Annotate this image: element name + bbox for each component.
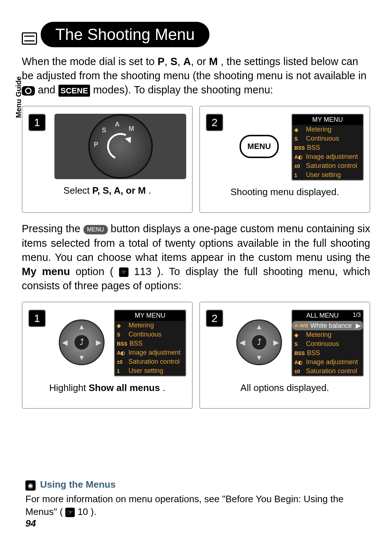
intro-paragraph: When the mode dial is set to P, S, A, or…	[22, 55, 370, 97]
footer-heading: Using the Menus	[40, 479, 115, 490]
caption-text-end: .	[163, 382, 165, 393]
my-menu-bold: My menu	[22, 266, 70, 277]
step-box-1: 1 P S A M Select P, S, A, or M .	[22, 106, 193, 213]
scene-icon: SCENE	[58, 85, 90, 97]
page-ref-icon: ☞	[65, 508, 75, 517]
step-number: 1	[28, 310, 46, 327]
dpad-up-icon: ▲	[256, 323, 263, 331]
rotate-arrow-icon	[103, 129, 138, 164]
step-box-4: 2 ▲ ▼ ◀ ▶ ⤴ ALL MENU1/3A-WBWhite balance…	[199, 302, 370, 409]
step-caption: Highlight Show all menus .	[28, 382, 186, 394]
step-caption: All options displayed.	[206, 382, 364, 394]
camera-screen-mymenu: MY MENU◈MeteringSContinuousBSSBSSA◐Image…	[291, 114, 364, 181]
footer-text-post: ).	[91, 506, 97, 517]
dpad-down-icon: ▼	[256, 354, 263, 362]
step-number: 2	[206, 114, 223, 131]
dial-label-m: M	[129, 125, 134, 133]
dpad-up-icon: ▲	[78, 323, 85, 331]
mid-text-3: option (	[75, 266, 113, 277]
caption-modes: P, S, A, or M	[92, 185, 146, 196]
caption-bold: Show all menus	[89, 382, 160, 393]
dpad-right-icon: ▶	[273, 338, 279, 347]
dpad-illustration: ▲ ▼ ◀ ▶ ⤴	[232, 310, 286, 375]
menu-button-icon: MENU	[83, 225, 108, 234]
caption-text: Select	[64, 185, 93, 196]
camera-icon	[22, 86, 35, 96]
step-number: 1	[28, 114, 46, 131]
dpad-right-icon: ▶	[96, 338, 101, 347]
dpad-left-icon: ◀	[240, 338, 245, 347]
page: The Shooting Menu Menu Guide When the mo…	[0, 0, 392, 540]
page-ref-icon: ☞	[119, 267, 128, 277]
dial-label-a: A	[115, 121, 120, 128]
page-ref-number: 113	[134, 266, 151, 277]
step-number: 2	[206, 310, 223, 327]
footer-ref-number: 10	[78, 506, 88, 517]
camera-screen-allmenu: ALL MENU1/3A-WBWhite balance▶◈MeteringSC…	[291, 310, 364, 376]
dpad-illustration: ▲ ▼ ◀ ▶ ⤴	[54, 310, 109, 375]
step-box-2: 2 MENU MY MENU◈MeteringSContinuousBSSBSS…	[199, 106, 370, 213]
footer-text: For more information on menu operations,…	[25, 493, 370, 518]
steps-row-1: 1 P S A M Select P, S, A, or M .	[22, 106, 370, 213]
step-caption: Select P, S, A, or M .	[28, 185, 186, 196]
dial-label-s: S	[102, 126, 106, 134]
mid-text-4: ). To display the full shooting menu, wh…	[22, 266, 370, 291]
caption-text: Highlight	[49, 382, 89, 393]
menu-button: MENU	[240, 135, 279, 158]
dial-label-p: P	[94, 141, 98, 149]
intro-text-3: modes). To display the shooting menu:	[93, 84, 273, 96]
intro-and: and	[38, 84, 58, 96]
step-caption: Shooting menu displayed.	[206, 186, 364, 198]
camera-screen-mymenu-highlight: MY MENU◈MeteringSContinuousBSSBSSA◐Image…	[114, 310, 186, 376]
info-icon: ◉	[25, 480, 36, 491]
list-icon	[22, 32, 37, 45]
mode-dial-illustration: P S A M	[54, 114, 186, 179]
mode-a: A	[183, 56, 191, 67]
dpad-down-icon: ▼	[78, 354, 85, 362]
dpad-center-icon: ⤴	[74, 335, 89, 350]
dpad-center-icon: ⤴	[252, 335, 266, 350]
mode-p: P	[158, 56, 164, 67]
menu-button-illustration: MENU	[232, 114, 286, 179]
intro-text: When the mode dial is set to	[22, 56, 158, 67]
mid-text-1: Pressing the	[22, 223, 83, 234]
page-title: The Shooting Menu	[41, 22, 209, 47]
page-number: 94	[25, 518, 36, 529]
mid-paragraph: Pressing the MENU button displays a one-…	[22, 222, 370, 293]
steps-row-2: 1 ▲ ▼ ◀ ▶ ⤴ MY MENU◈MeteringSContinuousB…	[22, 302, 370, 409]
caption-text-end: .	[148, 185, 151, 196]
footer-section: ◉ Using the Menus For more information o…	[25, 479, 370, 518]
mode-s: S	[170, 56, 177, 67]
step-box-3: 1 ▲ ▼ ◀ ▶ ⤴ MY MENU◈MeteringSContinuousB…	[22, 302, 193, 409]
mode-m: M	[209, 56, 218, 67]
dpad-left-icon: ◀	[62, 338, 68, 347]
